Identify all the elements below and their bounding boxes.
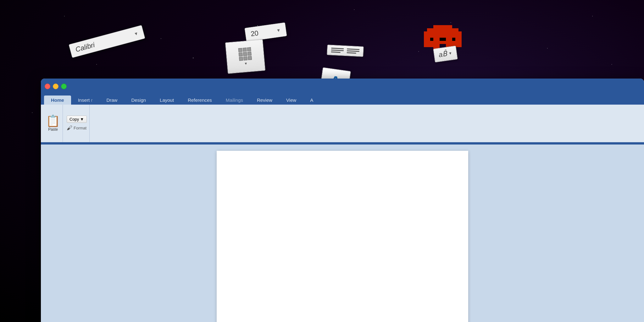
ribbon-tabs: Home Insert r Draw Design Layout Referen… <box>41 94 644 105</box>
tab-view[interactable]: View <box>279 96 303 105</box>
maximize-button[interactable] <box>61 84 67 89</box>
font-size-label: 20 <box>250 29 259 38</box>
close-button[interactable] <box>45 84 50 89</box>
tab-acrobat[interactable]: A <box>303 96 320 105</box>
floating-table-button[interactable]: ▼ <box>225 39 265 74</box>
line-spacing-icon2 <box>347 48 360 54</box>
tab-mailings[interactable]: Mailings <box>219 96 250 105</box>
paste-button[interactable]: 📋 Paste <box>46 115 60 132</box>
copy-format-group: Copy ▼ 🖌 Format <box>64 105 90 142</box>
dropdown-arrow: ▼ <box>80 117 84 122</box>
paint-brush-icon: 🖌 <box>67 125 72 131</box>
paste-icon: 📋 <box>46 115 60 127</box>
floating-abc-button[interactable]: aB̂ ▼ <box>433 46 458 63</box>
tab-draw[interactable]: Draw <box>99 96 124 105</box>
tab-home[interactable]: Home <box>44 96 71 105</box>
floating-font-selector[interactable]: Calibri <box>69 25 145 58</box>
clipboard-group: 📋 Paste <box>43 105 63 142</box>
tab-insert[interactable]: Insert r <box>71 96 100 105</box>
ribbon-content: 📋 Paste Copy ▼ 🖌 Format <box>41 105 644 142</box>
minimize-button[interactable] <box>53 84 58 89</box>
copy-button[interactable]: Copy ▼ <box>67 116 87 123</box>
tab-layout[interactable]: Layout <box>153 96 181 105</box>
format-button[interactable]: 🖌 Format <box>67 125 87 131</box>
document-paper[interactable] <box>217 151 468 322</box>
floating-font-size[interactable]: 20 <box>245 22 287 42</box>
copy-row: Copy ▼ <box>67 116 87 123</box>
font-name-label: Calibri <box>75 41 96 54</box>
tab-references[interactable]: References <box>181 96 219 105</box>
line-spacing-icon <box>331 48 344 53</box>
tab-review[interactable]: Review <box>250 96 279 105</box>
titlebar <box>41 79 644 94</box>
document-area <box>41 145 644 322</box>
tab-design[interactable]: Design <box>124 96 153 105</box>
word-window: Home Insert r Draw Design Layout Referen… <box>41 79 644 322</box>
table-grid-icon <box>238 47 252 61</box>
ribbon: Home Insert r Draw Design Layout Referen… <box>41 94 644 145</box>
floating-line-spacing[interactable] <box>327 45 364 57</box>
